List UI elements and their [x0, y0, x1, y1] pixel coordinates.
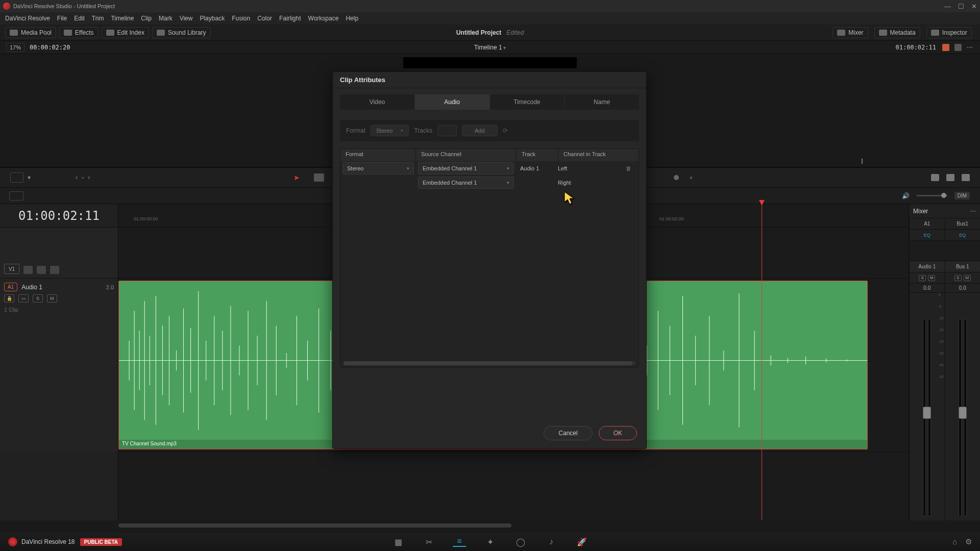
tab-audio[interactable]: Audio: [415, 94, 490, 110]
page-fairlight-icon[interactable]: ♪: [545, 537, 558, 547]
mark-in-icon[interactable]: [931, 174, 939, 181]
menu-clip[interactable]: Clip: [141, 15, 152, 22]
table-scroll-thumb[interactable]: [344, 361, 632, 365]
dynamics-box[interactable]: [909, 241, 980, 261]
page-color-icon[interactable]: ◯: [514, 537, 527, 547]
row-source-select-2[interactable]: Embedded Channel 1: [418, 177, 514, 189]
mix-channel-bus1[interactable]: Bus1: [945, 218, 981, 229]
page-fusion-icon[interactable]: ✦: [483, 537, 497, 547]
track-enable-icon[interactable]: [37, 266, 46, 274]
track-auto-icon[interactable]: ▭: [18, 294, 29, 303]
volume-slider[interactable]: [917, 195, 947, 196]
prev-clip-icon[interactable]: ‹: [76, 174, 78, 181]
sound-library-toggle[interactable]: Sound Library: [152, 27, 211, 38]
plus-icon[interactable]: ＋: [688, 173, 694, 182]
page-edit-icon[interactable]: ≡: [453, 537, 466, 547]
solo-a1[interactable]: S: [919, 275, 926, 281]
ok-button[interactable]: OK: [599, 426, 637, 440]
eq-a1[interactable]: EQ: [909, 230, 945, 240]
mute-a1[interactable]: M: [928, 275, 935, 281]
tab-timecode[interactable]: Timecode: [490, 94, 565, 110]
maximize-button[interactable]: ☐: [958, 3, 964, 10]
page-deliver-icon[interactable]: 🚀: [575, 537, 589, 547]
menu-fairlight[interactable]: Fairlight: [279, 15, 301, 22]
scrollbar-thumb[interactable]: [118, 523, 511, 528]
menu-workspace[interactable]: Workspace: [308, 15, 339, 22]
row-format-select[interactable]: Stereo: [342, 162, 414, 174]
tab-name[interactable]: Name: [565, 94, 639, 110]
home-icon[interactable]: ⌂: [952, 537, 957, 546]
tracks-count-input[interactable]: [437, 125, 457, 136]
loop-icon[interactable]: [942, 44, 949, 51]
page-cut-icon[interactable]: ✂: [422, 537, 435, 547]
tab-video[interactable]: Video: [340, 94, 415, 110]
next-clip-icon[interactable]: ›: [88, 174, 90, 181]
menu-edit[interactable]: Edit: [74, 15, 85, 22]
menu-color[interactable]: Color: [257, 15, 272, 22]
settings-icon[interactable]: ⚙: [965, 537, 972, 546]
audio-track-header[interactable]: A1 Audio 1 2.0 🔒 ▭ S M 1 Clip: [0, 279, 118, 452]
table-scrollbar[interactable]: [344, 361, 635, 365]
timeline-select[interactable]: Timeline 1: [474, 44, 506, 51]
add-button[interactable]: Add: [462, 125, 498, 136]
metadata-label: Metadata: [890, 29, 916, 36]
fader-a1[interactable]: [923, 407, 931, 419]
page-media-icon[interactable]: ▦: [391, 537, 405, 547]
meter-a1[interactable]: 0-5-10-15 -20-30-40-50: [909, 293, 945, 520]
v1-label[interactable]: V1: [4, 264, 19, 274]
zoom-select[interactable]: 17%: [6, 43, 24, 52]
menu-view[interactable]: View: [180, 15, 193, 22]
solo-bus1[interactable]: S: [954, 275, 962, 281]
minimize-button[interactable]: —: [944, 3, 951, 10]
trim-tool-icon[interactable]: [314, 173, 324, 182]
solo-button[interactable]: S: [33, 294, 43, 303]
menu-fusion[interactable]: Fusion: [232, 15, 250, 22]
timeline-view-icon[interactable]: [9, 191, 23, 201]
inspector-toggle[interactable]: Inspector: [926, 27, 972, 38]
mute-button[interactable]: M: [47, 294, 57, 303]
track-frame-icon[interactable]: [50, 266, 59, 274]
mark-out-icon[interactable]: [962, 174, 970, 181]
refresh-icon[interactable]: ⟳: [503, 127, 508, 134]
effects-toggle[interactable]: Effects: [59, 27, 98, 38]
row-source-select[interactable]: Embedded Channel 1: [418, 162, 514, 174]
edit-index-toggle[interactable]: Edit Index: [102, 27, 149, 38]
more-icon[interactable]: ⋯: [967, 44, 974, 51]
menu-mark[interactable]: Mark: [159, 15, 173, 22]
eq-bus1[interactable]: EQ: [945, 230, 981, 240]
dim-button[interactable]: DIM: [954, 192, 970, 199]
mixer-more-icon[interactable]: ⋯: [970, 208, 976, 215]
metadata-toggle[interactable]: Metadata: [874, 27, 920, 38]
meter-bus1[interactable]: [945, 293, 981, 520]
delete-row-icon[interactable]: 🗑: [626, 165, 631, 171]
cancel-button[interactable]: Cancel: [544, 426, 592, 440]
menu-file[interactable]: File: [57, 15, 67, 22]
playhead[interactable]: [762, 204, 762, 520]
track-lock-icon[interactable]: 🔒: [4, 294, 14, 303]
fader-bus1[interactable]: [959, 407, 967, 419]
menu-timeline[interactable]: Timeline: [111, 15, 134, 22]
menu-davinci[interactable]: DaVinci Resolve: [5, 15, 50, 22]
lock-icon[interactable]: [23, 266, 33, 274]
arrow-tool-icon[interactable]: ➤: [293, 173, 300, 182]
menu-help[interactable]: Help: [346, 15, 358, 22]
menu-trim[interactable]: Trim: [92, 15, 104, 22]
close-button[interactable]: ✕: [971, 3, 977, 10]
a1-source-badge[interactable]: A1: [4, 283, 17, 291]
monitor-icon[interactable]: [954, 44, 962, 51]
chevron-down-icon[interactable]: ▾: [28, 174, 31, 181]
play-icon[interactable]: [946, 174, 954, 181]
volume-icon[interactable]: 🔊: [902, 192, 910, 199]
media-pool-toggle[interactable]: Media Pool: [5, 27, 56, 38]
mix-channel-a1[interactable]: A1: [909, 218, 945, 229]
timeline-scrollbar[interactable]: [0, 520, 980, 531]
jog-bar-marker[interactable]: [862, 159, 863, 164]
ch-name-a1: Audio 1: [909, 261, 945, 272]
bin-view-icon[interactable]: [10, 172, 23, 183]
dot-icon[interactable]: [674, 175, 679, 180]
menu-playback[interactable]: Playback: [200, 15, 225, 22]
mixer-toggle[interactable]: Mixer: [832, 27, 868, 38]
video-track-header[interactable]: V1: [0, 228, 118, 279]
mute-bus1[interactable]: M: [964, 275, 971, 281]
format-bar-select[interactable]: Stereo: [371, 125, 409, 136]
